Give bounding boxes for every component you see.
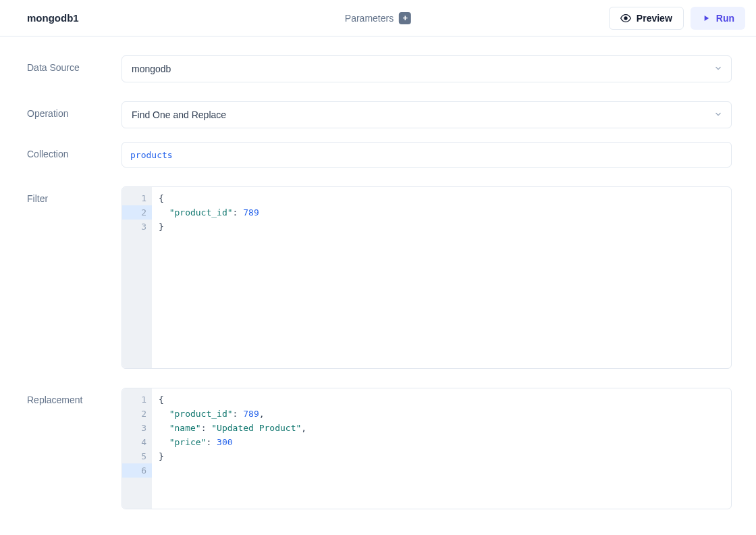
header-bar: mongodb1 Parameters + Preview Run	[0, 0, 756, 36]
eye-icon	[620, 13, 631, 24]
run-button[interactable]: Run	[691, 7, 745, 30]
data-source-select[interactable]: mongodb	[122, 55, 732, 82]
play-icon	[701, 14, 711, 23]
row-filter: Filter 123 { "product_id": 789 }	[27, 186, 732, 369]
filter-code[interactable]: { "product_id": 789 }	[152, 187, 731, 368]
plus-icon: +	[399, 12, 411, 24]
replacement-label: Replacement	[27, 388, 122, 405]
svg-point-0	[624, 17, 627, 20]
data-source-label: Data Source	[27, 55, 122, 73]
row-collection: Collection products	[27, 142, 732, 168]
collection-value: products	[130, 150, 173, 160]
preview-label: Preview	[637, 13, 672, 24]
preview-button[interactable]: Preview	[609, 7, 684, 30]
operation-label: Operation	[27, 101, 122, 119]
parameters-label: Parameters	[345, 13, 394, 24]
data-source-value: mongodb	[132, 63, 171, 74]
form-body: Data Source mongodb Operation Find One a…	[0, 36, 756, 509]
query-name[interactable]: mongodb1	[27, 12, 79, 24]
chevron-down-icon	[713, 109, 723, 121]
collection-label: Collection	[27, 142, 122, 159]
row-data-source: Data Source mongodb	[27, 55, 732, 82]
filter-editor[interactable]: 123 { "product_id": 789 }	[122, 186, 732, 369]
run-label: Run	[716, 13, 734, 24]
operation-value: Find One and Replace	[132, 109, 226, 120]
collection-input[interactable]: products	[122, 142, 732, 168]
replacement-code[interactable]: { "product_id": 789, "name": "Updated Pr…	[152, 388, 731, 509]
filter-label: Filter	[27, 186, 122, 204]
filter-gutter: 123	[122, 187, 152, 368]
chevron-down-icon	[713, 63, 723, 75]
row-operation: Operation Find One and Replace	[27, 101, 732, 128]
replacement-gutter: 123456	[122, 388, 152, 509]
row-replacement: Replacement 123456 { "product_id": 789, …	[27, 388, 732, 509]
operation-select[interactable]: Find One and Replace	[122, 101, 732, 128]
replacement-editor[interactable]: 123456 { "product_id": 789, "name": "Upd…	[122, 388, 732, 509]
header-actions: Preview Run	[609, 7, 745, 30]
parameters-link[interactable]: Parameters +	[345, 12, 411, 24]
